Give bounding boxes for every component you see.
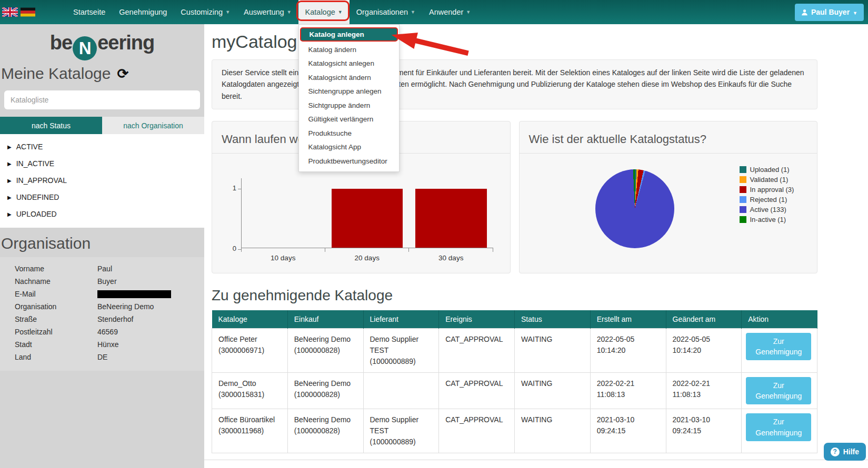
legend-color-swatch: [740, 166, 746, 173]
top-navbar: Startseite Genehmigung Customizing Auswe…: [0, 0, 868, 24]
cell-ereignis: CAT_APPROVAL: [439, 328, 515, 372]
status-chart-panel: Wie ist der aktuelle Katalogstatus? Uplo…: [519, 121, 818, 273]
org-field-label: E-Mail: [0, 289, 97, 299]
bar-slot-30-days: [409, 189, 493, 248]
cell-kataloge: Office Peter(3000006971): [212, 328, 288, 372]
org-field-value: Buyer: [97, 277, 204, 287]
sidebar-title: Meine Kataloge: [0, 60, 204, 83]
chevron-down-icon: [853, 8, 857, 16]
org-field-label: Nachname: [0, 277, 97, 287]
bar-30-days: [415, 189, 486, 248]
tab-nach-organisation[interactable]: nach Organisation: [102, 117, 204, 134]
org-field-value: 46569: [97, 327, 204, 337]
org-field-label: Straße: [0, 314, 97, 324]
uk-flag-icon[interactable]: [2, 7, 18, 17]
menu-item-katalogsicht-ndern[interactable]: Katalogsicht ändern: [299, 71, 399, 85]
legend-label: Validated (1): [750, 176, 789, 184]
org-field-label: Stadt: [0, 340, 97, 350]
menu-item-produktbewertungseditor[interactable]: Produktbewertungseditor: [299, 155, 399, 169]
zur-genehmigung-button[interactable]: Zur Genehmigung: [746, 377, 811, 405]
org-field-e-mail: E-Mail: [0, 288, 204, 300]
footer-divider: [204, 460, 868, 460]
cell-lieferant: [363, 372, 439, 409]
legend-item-rejected-1: Rejected (1): [740, 195, 794, 205]
status-item-active[interactable]: ACTIVE: [0, 138, 204, 155]
menu-item-sichtgruppe-ndern[interactable]: Sichtgruppe ändern: [299, 99, 399, 113]
menu-item-sichtengruppe-anlegen[interactable]: Sichtengruppe anlegen: [299, 85, 399, 99]
table-row: Demo_Otto(3000015831)BeNeering Demo(1000…: [212, 372, 817, 409]
cell-erstellt: 2022-02-21 11:08:13: [590, 372, 666, 409]
divider: [520, 153, 817, 154]
cell-status: WAITING: [515, 328, 591, 372]
status-item-in-active[interactable]: IN_ACTIVE: [0, 155, 204, 172]
menu-item-katalogsicht-app[interactable]: Katalogsicht App: [299, 140, 399, 155]
catalog-search-input[interactable]: [4, 90, 200, 109]
cell-status: WAITING: [515, 372, 591, 409]
col-einkauf: Einkauf: [287, 310, 363, 328]
org-field-nachname: NachnameBuyer: [0, 275, 204, 288]
chevron-down-icon: [338, 9, 343, 15]
bar-20-days: [332, 189, 403, 248]
org-field-value: Paul: [97, 264, 204, 274]
legend-item-validated-1: Validated (1): [740, 175, 794, 185]
user-menu-button[interactable]: Paul Buyer: [795, 4, 864, 21]
nav-item-genehmigung[interactable]: Genehmigung: [112, 0, 174, 24]
legend-label: Uploaded (1): [750, 166, 790, 174]
chevron-down-icon: [466, 9, 471, 15]
nav-item-anwender[interactable]: Anwender: [422, 0, 477, 24]
cell-erstellt: 2022-05-05 10:14:20: [590, 328, 666, 372]
nav-item-auswertung[interactable]: Auswertung: [237, 0, 298, 24]
menu-item-g-ltigkeit-verl-ngern[interactable]: Gültigkeit verlängern: [299, 113, 399, 127]
legend-item-active-133: Active (133): [740, 205, 794, 215]
org-field-value: Hünxe: [97, 340, 204, 350]
org-field-label: Postleitzahl: [0, 327, 97, 337]
status-item-undefined[interactable]: UNDEFINED: [0, 189, 204, 206]
nav-item-organisationen[interactable]: Organisationen: [350, 0, 422, 24]
menu-item-katalog-ndern[interactable]: Katalog ändern: [299, 43, 399, 57]
help-button[interactable]: ? Hilfe: [824, 443, 866, 461]
col-lieferant: Lieferant: [363, 310, 439, 328]
legend-label: In-active (1): [750, 216, 786, 223]
legend-color-swatch: [740, 216, 746, 223]
x-axis-labels: 10 days 20 days 30 days: [241, 254, 493, 262]
y-axis-tick-label: 1: [226, 184, 236, 192]
zur-genehmigung-button[interactable]: Zur Genehmigung: [746, 413, 811, 441]
zur-genehmigung-button[interactable]: Zur Genehmigung: [746, 333, 811, 361]
table-row: Office Peter(3000006971)BeNeering Demo(1…: [212, 328, 817, 372]
org-field-vorname: VornamePaul: [0, 262, 204, 275]
sidebar: beNeering Meine Kataloge nach Status nac…: [0, 24, 204, 468]
pie-chart-title: Wie ist der aktuelle Katalogstatus?: [520, 121, 817, 153]
bar-slot-20-days: [325, 189, 409, 248]
menu-item-katalogsicht-anlegen[interactable]: Katalogsicht anlegen: [299, 57, 399, 71]
col-geaendert-am: Geändert am: [666, 310, 742, 328]
cell-einkauf: BeNeering Demo(1000000828): [287, 409, 363, 453]
approvals-table: Kataloge Einkauf Lieferant Ereignis Stat…: [212, 310, 817, 453]
menu-item-katalog-anlegen[interactable]: Katalog anlegen: [300, 27, 398, 42]
german-flag-icon[interactable]: [21, 7, 35, 17]
org-field-value: Stenderhof: [97, 314, 204, 324]
catalog-status-pie: [595, 169, 674, 248]
cell-aktion: Zur Genehmigung: [742, 372, 817, 409]
nav-item-startseite[interactable]: Startseite: [66, 0, 112, 24]
legend-item-in-approval-3: In approval (3): [740, 185, 794, 195]
legend-color-swatch: [740, 176, 746, 183]
status-item-uploaded[interactable]: UPLOADED: [0, 206, 204, 222]
legend-color-swatch: [740, 206, 746, 213]
refresh-icon[interactable]: [117, 67, 128, 80]
org-field-organisation: OrganisationBeNeering Demo: [0, 300, 204, 313]
logo-n-circle: N: [73, 36, 97, 60]
status-item-in-approval[interactable]: IN_APPROVAL: [0, 172, 204, 189]
nav-item-customizing[interactable]: Customizing: [174, 0, 237, 24]
language-switcher: [0, 0, 39, 24]
pie-legend: Uploaded (1)Validated (1)In approval (3)…: [740, 165, 794, 225]
cell-ereignis: CAT_APPROVAL: [439, 372, 515, 409]
cell-kataloge: Office Büroartikel(3000011968): [212, 409, 288, 453]
bar-slot-10-days: [242, 189, 325, 248]
legend-label: Rejected (1): [750, 196, 787, 204]
nav-item-kataloge[interactable]: Kataloge: [298, 0, 350, 24]
cell-geaendert: 2022-02-21 11:08:13: [666, 372, 742, 409]
menu-item-produktsuche[interactable]: Produktsuche: [299, 127, 399, 141]
cell-lieferant: Demo Supplier TEST(1000000889): [363, 328, 439, 372]
legend-color-swatch: [740, 196, 746, 203]
tab-nach-status[interactable]: nach Status: [0, 117, 102, 134]
